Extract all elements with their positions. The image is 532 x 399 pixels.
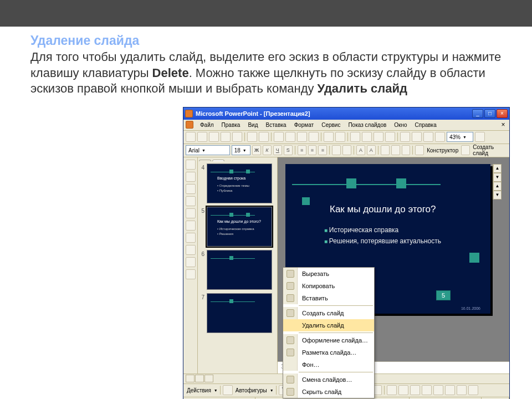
demote-button[interactable] [186, 172, 196, 182]
menu-window[interactable]: Окно [391, 121, 410, 129]
align-center-button[interactable]: ≡ [308, 145, 317, 155]
menu-edit[interactable]: Правка [218, 121, 244, 129]
font-combo[interactable]: Arial▼ [186, 145, 230, 155]
context-transition[interactable]: Смена слайдов… [283, 374, 374, 386]
zoom-combo[interactable]: 43%▼ [447, 132, 473, 142]
font-color-button[interactable] [410, 385, 420, 395]
scroll-up-button[interactable]: ▲ [493, 164, 502, 173]
open-button[interactable] [197, 132, 207, 142]
shadow-button[interactable]: S [284, 145, 293, 155]
help-button[interactable] [475, 132, 485, 142]
slide-thumbnail-7[interactable] [207, 293, 272, 333]
expand-all-button[interactable] [186, 245, 196, 255]
new-slide-button[interactable] [461, 145, 470, 155]
maximize-button[interactable]: □ [484, 109, 495, 118]
design-label[interactable]: Конструктор [426, 147, 459, 154]
context-background[interactable]: Фон… [283, 359, 374, 371]
font-color-button[interactable] [402, 145, 411, 155]
italic-button[interactable]: К [263, 145, 272, 155]
hyperlink-button[interactable] [385, 132, 395, 142]
sorter-view-button[interactable] [195, 375, 204, 382]
increase-indent-button[interactable] [391, 145, 400, 155]
research-button[interactable] [259, 132, 269, 142]
menu-format[interactable]: Формат [291, 121, 318, 129]
save-button[interactable] [209, 132, 219, 142]
prev-slide-button[interactable]: ▲ [493, 182, 502, 191]
doc-close-button[interactable]: × [499, 121, 507, 129]
decrease-font-button[interactable]: A [367, 145, 376, 155]
print-button[interactable] [221, 132, 231, 142]
new-doc-button[interactable] [186, 132, 196, 142]
move-up-button[interactable] [186, 184, 196, 194]
new-slide-label[interactable]: Создать слайд [472, 144, 507, 156]
cut-button[interactable] [274, 132, 284, 142]
vertical-scrollbar[interactable]: ▲ ▼ ▲ ▼ [493, 164, 502, 200]
context-paste[interactable]: Вставить [283, 292, 374, 304]
summary-button[interactable] [186, 257, 196, 267]
arrow-style-button[interactable] [445, 385, 455, 395]
context-copy[interactable]: Копировать [283, 280, 374, 292]
numbering-button[interactable] [332, 145, 341, 155]
window-titlebar[interactable]: Microsoft PowerPoint - [Презентация2] _ … [183, 108, 509, 120]
context-cut[interactable]: Вырезать [283, 268, 374, 280]
menu-view[interactable]: Вид [244, 121, 261, 129]
select-button[interactable] [223, 385, 233, 395]
menu-slideshow[interactable]: Показ слайдов [345, 121, 390, 129]
show-formatting-button[interactable] [186, 269, 196, 279]
align-right-button[interactable]: ≡ [318, 145, 327, 155]
context-delete-slide[interactable]: Удалить слайд [283, 319, 374, 331]
slide-thumbnail-4[interactable]: Вводная строка • Определение темы • Публ… [207, 163, 272, 203]
promote-button[interactable] [186, 160, 196, 170]
copy-button[interactable] [285, 132, 295, 142]
dash-style-button[interactable] [433, 385, 443, 395]
autoshapes-button[interactable]: Автофигуры [234, 387, 268, 393]
tables-borders-button[interactable] [374, 132, 383, 142]
preview-button[interactable] [232, 132, 242, 142]
design-button[interactable] [415, 145, 424, 155]
outline-tab[interactable] [199, 160, 211, 161]
context-design[interactable]: Оформление слайда… [283, 334, 374, 346]
bold-button[interactable]: Ж [252, 145, 261, 155]
undo-button[interactable] [324, 132, 334, 142]
chart-button[interactable] [350, 132, 360, 142]
slide-thumbnail-6[interactable] [207, 250, 272, 290]
color-button[interactable] [435, 132, 445, 142]
next-slide-button[interactable]: ▼ [493, 191, 502, 200]
fill-color-button[interactable] [387, 385, 397, 395]
minimize-button[interactable]: _ [472, 109, 483, 118]
context-layout[interactable]: Разметка слайда… [283, 346, 374, 359]
paste-button[interactable] [297, 132, 307, 142]
normal-view-button[interactable] [186, 375, 195, 382]
collapse-all-button[interactable] [186, 233, 196, 243]
grid-button[interactable] [423, 132, 433, 142]
slides-tab[interactable] [212, 160, 224, 161]
format-painter-button[interactable] [309, 132, 319, 142]
increase-font-button[interactable]: A [356, 145, 365, 155]
menu-tools[interactable]: Сервис [318, 121, 344, 129]
draw-actions[interactable]: Действия [186, 387, 212, 393]
move-down-button[interactable] [186, 196, 196, 206]
shadow-style-button[interactable] [457, 385, 467, 395]
table-button[interactable] [362, 132, 372, 142]
collapse-button[interactable] [186, 208, 196, 218]
scroll-down-button[interactable]: ▼ [493, 173, 502, 182]
decrease-indent-button[interactable] [381, 145, 390, 155]
expand-button[interactable] [400, 132, 410, 142]
font-size-combo[interactable]: 18▼ [232, 145, 250, 155]
menu-help[interactable]: Справка [412, 121, 440, 129]
spell-button[interactable] [247, 132, 257, 142]
bullets-button[interactable] [342, 145, 351, 155]
3d-style-button[interactable] [468, 385, 478, 395]
close-button[interactable]: × [497, 109, 508, 118]
underline-button[interactable]: Ч [273, 145, 282, 155]
line-style-button[interactable] [422, 385, 432, 395]
menu-file[interactable]: Файл [197, 121, 217, 129]
line-color-button[interactable] [398, 385, 408, 395]
align-left-button[interactable]: ≡ [298, 145, 306, 155]
redo-button[interactable] [335, 132, 345, 142]
context-new-slide[interactable]: Создать слайд [283, 307, 374, 319]
slideshow-view-button[interactable] [204, 375, 213, 382]
slide-thumbnail-5[interactable]: Как мы дошли до этого? • Историческая сп… [207, 207, 272, 247]
context-hide-slide[interactable]: Скрыть слайд [283, 386, 374, 398]
show-format-button[interactable] [412, 132, 422, 142]
